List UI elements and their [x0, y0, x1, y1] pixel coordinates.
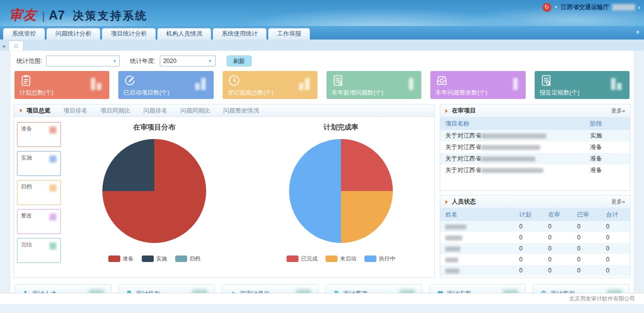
- mini-label: 归档: [21, 184, 32, 190]
- table-row[interactable]: 关于对江西省 准备: [440, 142, 630, 153]
- table-row[interactable]: 0000: [440, 232, 630, 243]
- redacted-value: [611, 78, 622, 90]
- card-label: 本年问题整改数(个): [435, 88, 487, 97]
- organization-name: 江西省交通运输厅: [561, 3, 609, 12]
- refresh-button[interactable]: 刷新: [227, 56, 252, 66]
- redacted-name: [445, 224, 466, 230]
- tab-project-analysis[interactable]: 项目统计分析: [102, 28, 156, 40]
- legend-item[interactable]: 准备: [108, 255, 134, 262]
- right-column: 在审项目 更多» 项目名称 阶段 关于对江西省 实施 关于对江西省: [440, 104, 631, 278]
- mini-stat-prepare[interactable]: 准备: [17, 122, 61, 147]
- chart-tab-project-ranking[interactable]: 项目排名: [63, 106, 87, 115]
- tab-system-control[interactable]: 系统管控: [3, 28, 45, 40]
- card-started-projects[interactable]: 已启动项目数(个): [118, 71, 213, 99]
- company-name: 北京用友审计软件有限公司: [569, 296, 635, 302]
- mini-stat-rectify[interactable]: 整改: [17, 209, 61, 234]
- chevron-down-icon[interactable]: ▼: [554, 5, 558, 10]
- app-header: 审友 | A7 决策支持系统 ↻ ▼ 江西省交通运输厅 ›: [0, 0, 644, 26]
- col-name: 姓名: [440, 208, 514, 221]
- mini-stat-implement[interactable]: 实施: [17, 151, 61, 176]
- panel-personnel-status: 人员状态 更多» 姓名 计划 在审 已审 合计 0000 0000 0000: [440, 195, 631, 278]
- table-row[interactable]: 关于对江西省 准备: [440, 164, 630, 176]
- main-content: 统计范围: ▼ 统计年度: 2020 ▼ 刷新 计划总数(个) 已启动项目数(个…: [10, 50, 634, 293]
- legend-swatch: [287, 256, 299, 262]
- card-final-reports[interactable]: 报告定稿数(个): [535, 71, 630, 99]
- legend-swatch: [142, 256, 154, 262]
- tab-system-usage[interactable]: 系统使用统计: [213, 28, 267, 40]
- more-link[interactable]: 更多»: [611, 198, 625, 206]
- more-link[interactable]: 更多»: [611, 107, 625, 114]
- legend-label: 未启动: [340, 255, 356, 262]
- tab-work-report[interactable]: 工作填报: [268, 28, 310, 40]
- legend-swatch: [175, 256, 187, 262]
- legend-label: 执行中: [379, 255, 395, 262]
- table-row[interactable]: 0000: [440, 276, 630, 278]
- stat-cards: 计划总数(个) 已启动项目数(个) 登记底稿总数(个) 本年新增问题数(个): [14, 71, 630, 99]
- table-row[interactable]: 0000: [440, 221, 630, 232]
- legend-item[interactable]: 归档: [175, 255, 201, 262]
- chart-tab-project-yoy[interactable]: 项目同期比: [100, 106, 130, 115]
- tab-org-personnel[interactable]: 机构人员情况: [157, 28, 211, 40]
- tab-home[interactable]: ⌂: [8, 40, 23, 50]
- arrow-bullet-icon: [20, 108, 22, 112]
- brand-divider: |: [42, 10, 45, 22]
- stage-mini-stats: 准备 实施 归档 整改: [14, 117, 61, 263]
- card-label: 计划总数(个): [19, 88, 53, 97]
- chart-tab-project-overview[interactable]: 项目总览: [26, 106, 50, 115]
- table-row[interactable]: 关于对江西省 准备: [440, 153, 630, 164]
- legend-item[interactable]: 未启动: [325, 255, 356, 262]
- personnel-table: 姓名 计划 在审 已审 合计 0000 0000 0000 0000 0000 …: [440, 208, 630, 278]
- system-title: 决策支持系统: [73, 8, 148, 24]
- arrow-bullet-icon: [445, 200, 448, 204]
- col-total: 合计: [601, 208, 630, 221]
- table-row[interactable]: 0000: [440, 243, 630, 254]
- legend-item[interactable]: 执行中: [364, 255, 395, 262]
- card-plan-total[interactable]: 计划总数(个): [14, 71, 109, 99]
- redacted-name: [445, 258, 458, 262]
- doc-search-icon: [540, 74, 553, 87]
- legend-item[interactable]: 实施: [142, 255, 167, 262]
- redacted-text: [481, 134, 546, 138]
- legend-swatch: [364, 256, 376, 262]
- mini-label: 完结: [21, 242, 32, 248]
- table-row[interactable]: 0000: [440, 254, 630, 265]
- pie-project-distribution[interactable]: [102, 139, 206, 243]
- mini-stat-archive[interactable]: 归档: [17, 180, 61, 205]
- clipboard-icon: [19, 74, 32, 87]
- legend-item[interactable]: 已完成: [287, 255, 318, 262]
- card-registered-drafts[interactable]: 登记底稿总数(个): [223, 71, 318, 99]
- project-name-prefix: 关于对江西省: [445, 166, 481, 174]
- chevron-down-icon: ▼: [208, 59, 212, 64]
- table-row[interactable]: 关于对江西省 实施: [440, 130, 630, 142]
- redacted-value: [409, 78, 413, 90]
- year-value: 2020: [163, 58, 177, 64]
- legend-label: 实施: [156, 255, 167, 262]
- card-rectified-issues[interactable]: 本年问题整改数(个): [430, 71, 525, 99]
- year-select[interactable]: 2020 ▼: [160, 56, 216, 66]
- main-tab-bar: 系统管控 问题统计分析 项目统计分析 机构人员情况 系统使用统计 工作填报 »: [0, 26, 644, 40]
- breadcrumb-row: » ⌂: [0, 40, 644, 50]
- expand-icon[interactable]: »: [2, 43, 5, 49]
- card-new-issues[interactable]: 本年新增问题数(个): [326, 71, 421, 99]
- chart-tab-issue-ranking[interactable]: 问题排名: [143, 106, 167, 115]
- tab-issue-analysis[interactable]: 问题统计分析: [46, 28, 100, 40]
- panel-title: 在审项目: [452, 106, 476, 115]
- redacted-name: [445, 236, 462, 240]
- projects-table: 项目名称 阶段 关于对江西省 实施 关于对江西省 准备 关于对: [440, 118, 630, 176]
- chart-tab-issue-rectify[interactable]: 问题整改情况: [223, 106, 259, 115]
- redacted-value: [49, 156, 56, 162]
- chart-title: 计划完成率: [248, 123, 434, 132]
- forward-arrow-icon[interactable]: ›: [638, 4, 640, 11]
- username-redacted: [612, 4, 635, 10]
- table-row[interactable]: 0000: [440, 265, 630, 276]
- dashboard: 项目总览 项目排名 项目同期比 问题排名 问题同期比 问题整改情况 准备 实施: [13, 104, 631, 278]
- mini-stat-complete[interactable]: 完结: [17, 238, 61, 263]
- redacted-name: [445, 246, 460, 252]
- collapse-up-icon[interactable]: »: [634, 30, 641, 34]
- chart-tab-issue-yoy[interactable]: 问题同期比: [180, 106, 210, 115]
- redacted-text: [481, 145, 540, 150]
- pie-plan-completion[interactable]: [289, 139, 393, 243]
- refresh-badge-icon[interactable]: ↻: [543, 3, 551, 12]
- scope-select[interactable]: ▼: [46, 56, 120, 66]
- pie-chart-plan-completion: 计划完成率 已完成 未启动 执行中: [248, 117, 434, 263]
